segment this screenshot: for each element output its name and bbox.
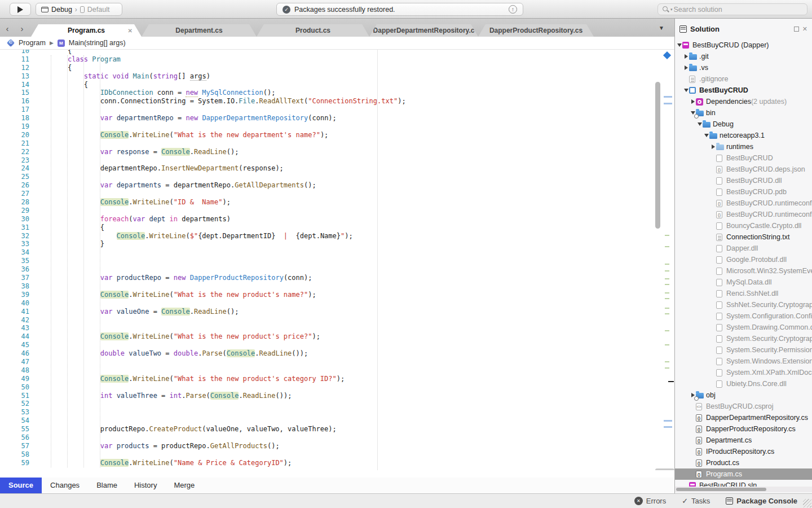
tab-overflow-dropdown[interactable]: ▼	[659, 25, 664, 31]
view-tab-blame[interactable]: Blame	[88, 478, 126, 493]
dock-icon[interactable]	[794, 27, 799, 32]
tree-item-Dependencies[interactable]: Dependencies (2 updates)	[675, 96, 812, 107]
run-button[interactable]	[10, 3, 31, 16]
tree-item-Google.Protobuf.dll[interactable]: Google.Protobuf.dll	[675, 254, 812, 265]
code-line-15[interactable]: 15 IDbConnection conn = new MySqlConnect…	[0, 89, 674, 97]
code-line-41[interactable]: 41 var valueOne = Console.ReadLine();	[0, 308, 674, 316]
search-input[interactable]	[674, 6, 803, 14]
tree-item-Dapper.dll[interactable]: Dapper.dll	[675, 243, 812, 254]
tree-item-BestBuyCRUD.runtimeconfig[interactable]: {}BestBuyCRUD.runtimeconfig	[675, 198, 812, 209]
tree-item-Ubiety.Dns.Core.dll[interactable]: Ubiety.Dns.Core.dll	[675, 378, 812, 389]
navigate-forward-button[interactable]: ›	[18, 24, 26, 33]
code-line-30[interactable]: 30 foreach(var dept in departments)	[0, 215, 674, 224]
solution-search[interactable]: ▾	[657, 3, 807, 15]
view-tab-source[interactable]: Source	[0, 478, 42, 493]
code-line-42[interactable]: 42	[0, 316, 674, 325]
code-line-21[interactable]: 21	[0, 139, 674, 148]
code-line-46[interactable]: 46 double valueTwo = double.Parse(Consol…	[0, 349, 674, 358]
code-line-40[interactable]: 40	[0, 299, 674, 308]
code-line-49[interactable]: 49 Console.WriteLine("What is the new pr…	[0, 375, 674, 383]
code-line-55[interactable]: 55 productRepo.CreateProduct(valueOne, v…	[0, 425, 674, 433]
breadcrumb-method[interactable]: Main(string[] args)	[69, 39, 126, 47]
upload-arrow-icon[interactable]: ↑	[509, 5, 517, 14]
code-line-27[interactable]: 27	[0, 190, 674, 198]
view-tab-history[interactable]: History	[126, 478, 165, 493]
code-line-48[interactable]: 48	[0, 366, 674, 375]
tab-close-icon[interactable]: ✕	[128, 28, 133, 34]
vertical-scrollbar[interactable]	[655, 82, 660, 229]
tree-item-System.Drawing.Common.dll[interactable]: System.Drawing.Common.dll	[675, 322, 812, 333]
panel-horizontal-scrollbar[interactable]	[675, 487, 812, 492]
errors-button[interactable]: ✕ Errors	[634, 497, 666, 505]
tab-Department.cs[interactable]: Department.cs	[142, 24, 257, 37]
tree-item-BestBuyCRUD.runtimeconfig[interactable]: {}BestBuyCRUD.runtimeconfig	[675, 209, 812, 220]
tree-item-BestBuyCRUD.deps.json[interactable]: {}BestBuyCRUD.deps.json	[675, 164, 812, 175]
code-line-54[interactable]: 54	[0, 417, 674, 425]
tree-item-Debug[interactable]: Debug	[675, 119, 812, 130]
code-line-47[interactable]: 47	[0, 358, 674, 366]
code-line-28[interactable]: 28 Console.WriteLine("ID & Name");	[0, 198, 674, 207]
tree-item-System.Windows.Extensions.[interactable]: System.Windows.Extensions.	[675, 356, 812, 367]
package-console-button[interactable]: Package Console	[726, 497, 797, 505]
code-line-57[interactable]: 57 var products = productRepo.GetAllProd…	[0, 442, 674, 450]
code-line-36[interactable]: 36	[0, 265, 674, 274]
code-line-22[interactable]: 22 var response = Console.ReadLine();	[0, 148, 674, 156]
code-line-19[interactable]: 19	[0, 122, 674, 131]
tree-item-System.Configuration.Configu[interactable]: System.Configuration.Configu	[675, 310, 812, 322]
tree-item-Microsoft.Win32.SystemEven[interactable]: Microsoft.Win32.SystemEven	[675, 265, 812, 277]
panel-scroll-thumb[interactable]	[676, 488, 766, 491]
tree-item-System.Security.Cryptograph[interactable]: System.Security.Cryptograph	[675, 333, 812, 344]
code-line-16[interactable]: 16 conn.ConnectionString = System.IO.Fil…	[0, 97, 674, 106]
expand-arrow-icon[interactable]	[685, 65, 688, 70]
code-line-13[interactable]: 13 static void Main(string[] args)	[0, 72, 674, 81]
tasks-button[interactable]: ✓ Tasks	[682, 497, 710, 505]
tree-item-System.Security.Permissions[interactable]: System.Security.Permissions	[675, 344, 812, 356]
code-line-14[interactable]: 14 {	[0, 81, 674, 89]
code-line-50[interactable]: 50	[0, 383, 674, 392]
tab-DapperProductRepository.cs[interactable]: DapperProductRepository.cs	[478, 24, 594, 37]
code-line-26[interactable]: 26 var departments = departmentRepo.GetA…	[0, 181, 674, 190]
code-line-23[interactable]: 23	[0, 156, 674, 165]
tree-item-IProductRepository.cs[interactable]: {}IProductRepository.cs	[675, 446, 812, 457]
tree-item-Renci.SshNet.dll[interactable]: Renci.SshNet.dll	[675, 288, 812, 299]
code-line-17[interactable]: 17	[0, 106, 674, 114]
code-line-45[interactable]: 45	[0, 341, 674, 349]
code-line-25[interactable]: 25	[0, 173, 674, 181]
tab-Product.cs[interactable]: Product.cs	[257, 24, 369, 37]
code-line-20[interactable]: 20 Console.WriteLine("What is the new de…	[0, 131, 674, 139]
code-line-38[interactable]: 38	[0, 282, 674, 291]
code-line-53[interactable]: 53	[0, 408, 674, 417]
tree-item-BestBuyCRUD[interactable]: BestBuyCRUD	[675, 85, 812, 96]
code-line-33[interactable]: 33 }	[0, 240, 674, 248]
tree-item-BestBuyCRUD.csproj[interactable]: <>BestBuyCRUD.csproj	[675, 401, 812, 412]
expand-arrow-icon[interactable]	[685, 54, 688, 59]
tab-Program.cs[interactable]: Program.cs✕	[31, 24, 142, 37]
expand-arrow-icon[interactable]	[712, 144, 715, 149]
code-line-12[interactable]: 12 {	[0, 64, 674, 72]
tree-item-bin[interactable]: bin	[675, 107, 812, 119]
code-line-35[interactable]: 35	[0, 257, 674, 265]
resize-grip[interactable]	[803, 499, 811, 507]
tree-item-DapperProductRepository.cs[interactable]: {}DapperProductRepository.cs	[675, 423, 812, 435]
code-line-31[interactable]: 31 {	[0, 224, 674, 232]
view-tab-merge[interactable]: Merge	[165, 478, 203, 493]
tree-item-SshNet.Security.Cryptograph[interactable]: SshNet.Security.Cryptograph	[675, 299, 812, 310]
view-tab-changes[interactable]: Changes	[42, 478, 88, 493]
tree-item-BouncyCastle.Crypto.dll[interactable]: BouncyCastle.Crypto.dll	[675, 220, 812, 231]
code-line-58[interactable]: 58	[0, 450, 674, 459]
tree-item-Department.cs[interactable]: {}Department.cs	[675, 435, 812, 446]
tree-item-runtimes[interactable]: runtimes	[675, 141, 812, 152]
code-line-56[interactable]: 56	[0, 433, 674, 442]
code-line-32[interactable]: 32 Console.WriteLine($"{dept.DepartmentI…	[0, 232, 674, 240]
code-line-34[interactable]: 34	[0, 248, 674, 257]
code-editor[interactable]: 10 {11 class Program12 {13 static void M…	[0, 50, 674, 470]
tree-item-BestBuyCRUD[interactable]: BestBuyCRUD	[675, 152, 812, 164]
collapse-arrow-icon[interactable]	[704, 134, 709, 137]
tree-item-obj[interactable]: obj	[675, 389, 812, 401]
tree-item-.vs[interactable]: .vs	[675, 62, 812, 73]
code-line-51[interactable]: 51 int valueThree = int.Parse(Console.Re…	[0, 392, 674, 400]
close-icon[interactable]: ✕	[802, 25, 807, 33]
tree-item-BestBuyCRUD.dll[interactable]: BestBuyCRUD.dll	[675, 175, 812, 186]
code-line-11[interactable]: 11 class Program	[0, 55, 674, 64]
status-message-pill[interactable]: ✓ Packages successfully restored. ↑	[276, 3, 523, 16]
